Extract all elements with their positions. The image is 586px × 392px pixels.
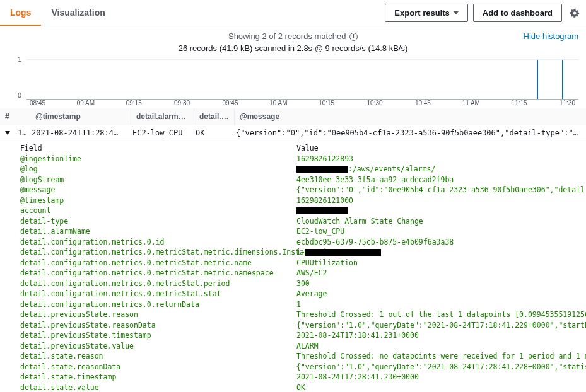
detail-field: detail.alarmName — [20, 227, 296, 237]
y-tick-1: 1 — [18, 55, 21, 63]
cell-state: OK — [190, 125, 231, 141]
detail-field: @logStream — [20, 175, 296, 185]
detail-row: @timestamp1629826121000 — [20, 195, 586, 206]
detail-field: detail.configuration.metrics.0.returnDat… — [20, 300, 296, 310]
detail-field: account — [20, 206, 296, 216]
detail-header: Field Value — [20, 142, 586, 154]
detail-value: 4ee310ee-3e33-3f5a-aa92-acdecad2f9ba — [296, 175, 454, 185]
detail-row: detail.configuration.metrics.0.returnDat… — [20, 299, 586, 310]
detail-field: detail.configuration.metrics.0.metricSta… — [20, 289, 296, 299]
detail-row: detail.alarmNameEC2-low_CPU — [20, 227, 586, 238]
col-timestamp[interactable]: @timestamp — [30, 108, 131, 125]
detail-value: AWS/EC2 — [296, 268, 327, 279]
col-message[interactable]: @message — [235, 108, 586, 125]
x-tick: 11:30 — [560, 100, 575, 107]
detail-value — [296, 206, 348, 216]
expand-toggle-icon[interactable] — [5, 131, 10, 135]
col-expander — [18, 108, 30, 125]
detail-row: detail.configuration.metrics.0.metricSta… — [20, 289, 586, 300]
table-row[interactable]: 1 2021-08-24T11:28:41.00… EC2-low_CPU OK… — [0, 125, 586, 141]
tabs: Logs Visualization — [0, 0, 115, 26]
x-tick: 10:45 — [415, 100, 431, 107]
tab-logs[interactable]: Logs — [0, 0, 41, 26]
detail-field: @timestamp — [20, 196, 296, 206]
detail-row: detail.configuration.metrics.0.metricSta… — [20, 279, 586, 289]
detail-col-value: Value — [296, 144, 319, 153]
detail-row: @message{"version":"0","id":"0ee905b4-cf… — [20, 185, 586, 196]
header-bar: Logs Visualization Export results Add to… — [0, 0, 586, 26]
histogram-bar[interactable] — [562, 60, 563, 99]
detail-row: detail.previousState.reasonThreshold Cro… — [20, 310, 586, 321]
detail-field: detail.state.reasonData — [20, 362, 296, 372]
detail-field: detail.previousState.value — [20, 342, 296, 352]
scan-stats-text: 26 records (41.9 kB) scanned in 2.8s @ 9… — [0, 43, 586, 53]
gear-icon[interactable] — [570, 8, 580, 18]
detail-row: @ingestionTime1629826122893 — [20, 154, 586, 164]
cell-message: {"version":"0","id":"0ee905b4-cf1a-2323-… — [231, 125, 586, 141]
col-state[interactable]: detail.s… — [194, 108, 235, 125]
detail-value: OK — [296, 383, 305, 392]
histogram-bar[interactable] — [537, 60, 538, 99]
detail-value: Threshold Crossed: 1 out of the last 1 d… — [296, 310, 586, 320]
histogram-chart: 0 1 08:4509 AM09:1509:3009:4510 AM10:151… — [5, 57, 581, 108]
detail-value: {"version":"1.0","queryDate":"2021-08-24… — [296, 362, 586, 372]
detail-value: CPUUtilization — [296, 258, 358, 268]
export-label: Export results — [394, 8, 449, 18]
detail-row: detail.state.timestamp2021-08-24T17:28:4… — [20, 372, 586, 383]
detail-field: detail.state.timestamp — [20, 372, 296, 383]
detail-value: ALARM — [296, 342, 319, 352]
detail-value: CloudWatch Alarm State Change — [296, 217, 423, 227]
detail-row: detail.configuration.metrics.0.metricSta… — [20, 268, 586, 279]
detail-field: detail-type — [20, 217, 296, 227]
detail-field: detail.state.value — [20, 383, 296, 392]
detail-value: {"version":"1.0","queryDate":"2021-08-24… — [296, 321, 586, 331]
info-icon[interactable]: i — [349, 33, 358, 41]
detail-value: Threshold Crossed: no datapoints were re… — [296, 352, 586, 362]
detail-value: 2021-08-24T17:28:41.230+0000 — [296, 372, 419, 383]
redacted-value — [305, 249, 381, 256]
detail-field: @log — [20, 164, 296, 175]
col-alarm-name[interactable]: detail.alarmN… — [131, 108, 194, 125]
detail-field: detail.state.reason — [20, 352, 296, 362]
detail-row: detail-typeCloudWatch Alarm State Change — [20, 216, 586, 227]
detail-value: 1 — [296, 300, 301, 310]
add-to-dashboard-button[interactable]: Add to dashboard — [473, 4, 562, 22]
detail-row: detail.configuration.metrics.0.metricSta… — [20, 258, 586, 268]
cell-alarm-name: EC2-low_CPU — [127, 125, 190, 141]
detail-value: {"version":"0","id":"0ee905b4-cf1a-2323-… — [296, 185, 586, 195]
detail-value: Average — [296, 289, 327, 299]
detail-field: @ingestionTime — [20, 154, 296, 164]
detail-field: detail.configuration.metrics.0.id — [20, 238, 296, 248]
redacted-value — [296, 207, 348, 214]
x-tick: 09:15 — [126, 100, 142, 107]
redacted-value — [296, 166, 348, 173]
detail-field: detail.previousState.reason — [20, 310, 296, 320]
detail-field: detail.configuration.metrics.0.metricSta… — [20, 279, 296, 289]
detail-row: @log:/aws/events/alarms/ — [20, 164, 586, 175]
gridline — [26, 59, 578, 60]
x-tick: 10 AM — [269, 100, 287, 107]
detail-field: detail.configuration.metrics.0.metricSta… — [20, 258, 296, 268]
detail-field: detail.configuration.metrics.0.metricSta… — [20, 268, 296, 279]
y-tick-0: 0 — [18, 91, 21, 99]
export-results-button[interactable]: Export results — [385, 4, 467, 22]
tab-visualization[interactable]: Visualization — [41, 0, 115, 26]
y-axis: 0 1 — [5, 57, 24, 100]
detail-field: @message — [20, 185, 296, 195]
detail-col-field: Field — [20, 144, 296, 153]
x-tick: 11 AM — [462, 100, 480, 107]
cell-timestamp: 2021-08-24T11:28:41.00… — [26, 125, 127, 141]
caret-down-icon — [454, 11, 459, 14]
detail-value: EC2-low_CPU — [296, 227, 344, 237]
detail-field: detail.previousState.timestamp — [20, 331, 296, 341]
detail-value: 2021-08-24T17:18:41.231+0000 — [296, 331, 419, 341]
col-index[interactable]: # — [0, 108, 18, 125]
detail-row: detail.previousState.reasonData{"version… — [20, 320, 586, 331]
detail-value: 1629826122893 — [296, 154, 353, 164]
hide-histogram-link[interactable]: Hide histogram — [524, 32, 578, 41]
detail-row: @logStream4ee310ee-3e33-3f5a-aa92-acdeca… — [20, 175, 586, 185]
row-index: 1 — [13, 125, 26, 141]
x-tick: 10:15 — [319, 100, 334, 107]
x-tick: 09:45 — [222, 100, 238, 107]
row-detail-panel: Field Value @ingestionTime1629826122893@… — [0, 141, 586, 392]
